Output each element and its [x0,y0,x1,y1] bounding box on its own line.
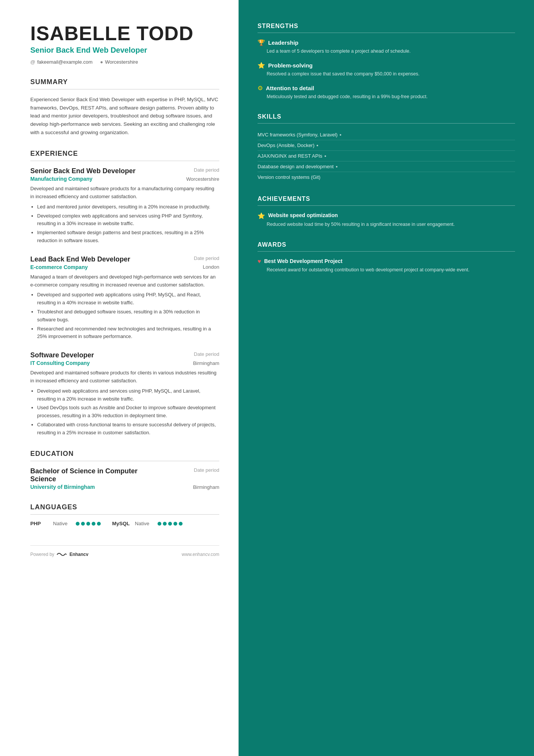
exp-date-2: Date period [194,255,219,261]
strength-desc-3: Meticulously tested and debugged code, r… [258,93,515,100]
lang-level-php: Native [53,521,72,526]
strength-header-1: 🏆 Leadership [258,39,515,46]
right-column: STRENGTHS 🏆 Leadership Led a team of 5 d… [239,0,534,756]
exp-title-2: Lead Back End Web Developer [30,255,130,263]
achievements-title: ACHIEVEMENTS [258,196,515,202]
skill-item-4: Database design and development [258,161,515,172]
lang-dots-mysql [158,522,183,526]
strengths-title: STRENGTHS [258,23,515,30]
skill-text-3: AJAX/NGINX and REST APIs [258,153,322,159]
exp-company-3: IT Consulting Company [30,360,90,366]
exp-location-3: Birmingham [193,360,219,366]
exp-date-1: Date period [194,167,219,173]
skill-dot [325,155,326,157]
edu-degree-1: Bachelor of Science in Computer Science [30,467,151,483]
summary-divider [30,89,219,89]
strength-desc-1: Led a team of 5 developers to complete a… [258,48,515,55]
skill-item-2: DevOps (Ansible, Docker) [258,140,515,151]
exp-date-3: Date period [194,351,219,357]
job-title: Senior Back End Web Developer [30,46,219,55]
candidate-name: ISABELLE TODD [30,23,219,44]
strength-header-2: ⭐ Problem-solving [258,62,515,69]
exp-company-2: E-commerce Company [30,264,88,270]
strength-title-1: Leadership [268,39,298,46]
left-footer: Powered by Enhancv www.enhancv.com [30,545,219,557]
lang-name-mysql: MySQL [112,521,131,526]
strengths-section: STRENGTHS 🏆 Leadership Led a team of 5 d… [258,23,515,100]
achievement-desc-1: Reduced website load time by 50% resulti… [258,221,515,228]
experience-entry-2: Lead Back End Web Developer Date period … [30,255,219,341]
achievement-star-icon: ⭐ [258,212,265,219]
exp-location-2: London [203,264,219,270]
experience-divider [30,161,219,161]
powered-by-text: Powered by [30,552,54,557]
enhancv-logo-icon [56,551,67,557]
dot [168,522,172,526]
exp-header-3: Software Developer Date period [30,351,219,359]
dot [81,522,85,526]
email-text: fakeemail@example.com [37,59,92,65]
language-php: PHP Native [30,521,101,526]
strength-problem-solving: ⭐ Problem-solving Resolved a complex iss… [258,62,515,78]
edu-header-1: Bachelor of Science in Computer Science … [30,467,219,483]
award-desc-1: Received award for outstanding contribut… [258,266,515,274]
achievement-speed: ⭐ Website speed optimization Reduced web… [258,212,515,228]
skill-dot [317,145,318,146]
summary-title: SUMMARY [30,78,219,86]
edu-location-1: Birmingham [193,484,219,490]
skill-text-2: DevOps (Ansible, Docker) [258,142,314,148]
dot [163,522,167,526]
footer-brand: Powered by Enhancv [30,551,88,557]
exp-bullets-1: Led and mentored junior developers, resu… [30,203,219,245]
award-best-web: ♥ Best Web Development Project Received … [258,258,515,274]
strength-attention: ⚙ Attention to detail Meticulously teste… [258,85,515,100]
exp-desc-2: Managed a team of developers and develop… [30,273,219,289]
lang-name-php: PHP [30,521,49,526]
dot [97,522,101,526]
bullet-item: Developed and supported web applications… [37,291,219,307]
footer-website: www.enhancv.com [182,552,219,557]
lang-dots-php [76,522,101,526]
location-icon: ● [100,59,103,65]
header: ISABELLE TODD Senior Back End Web Develo… [30,23,219,65]
awards-divider [258,251,515,252]
strength-desc-2: Resolved a complex issue that saved the … [258,70,515,78]
bullet-item: Developed complex web applications and s… [37,212,219,228]
languages-title: LANGUAGES [30,503,219,511]
experience-section: EXPERIENCE Senior Back End Web Developer… [30,150,219,437]
achievements-divider [258,205,515,206]
edu-school-1: University of Birmingham [30,484,95,490]
bullet-item: Developed web applications and services … [37,387,219,403]
languages-divider [30,514,219,515]
skill-dot [336,166,337,167]
skill-text-4: Database design and development [258,164,334,169]
award-header-1: ♥ Best Web Development Project [258,258,515,265]
exp-company-1: Manufacturing Company [30,176,92,182]
strengths-divider [258,33,515,33]
dot [92,522,95,526]
star-icon: ⭐ [258,62,265,69]
awards-section: AWARDS ♥ Best Web Development Project Re… [258,241,515,274]
achievement-title-1: Website speed optimization [268,212,338,219]
experience-entry-1: Senior Back End Web Developer Date perio… [30,167,219,245]
skill-text-5: Version control systems (Git) [258,174,320,180]
lang-level-mysql: Native [135,521,154,526]
exp-company-row-3: IT Consulting Company Birmingham [30,360,219,366]
exp-desc-1: Developed and maintained software produc… [30,185,219,201]
skill-item-1: MVC frameworks (Symfony, Laravel) [258,130,515,140]
experience-entry-3: Software Developer Date period IT Consul… [30,351,219,437]
edu-school-row-1: University of Birmingham Birmingham [30,484,219,490]
awards-title: AWARDS [258,241,515,248]
bullet-item: Led and mentored junior developers, resu… [37,203,219,211]
languages-list: PHP Native MySQL Native [30,521,219,526]
award-title-1: Best Web Development Project [264,258,343,265]
exp-title-1: Senior Back End Web Developer [30,167,136,175]
language-mysql: MySQL Native [112,521,183,526]
exp-location-1: Worcestershire [186,176,219,182]
skill-item-3: AJAX/NGINX and REST APIs [258,151,515,161]
location-text: Worcestershire [105,59,138,65]
exp-bullets-2: Developed and supported web applications… [30,291,219,341]
skill-item-5: Version control systems (Git) [258,172,515,182]
strength-title-2: Problem-solving [268,62,313,69]
skills-divider [258,123,515,124]
